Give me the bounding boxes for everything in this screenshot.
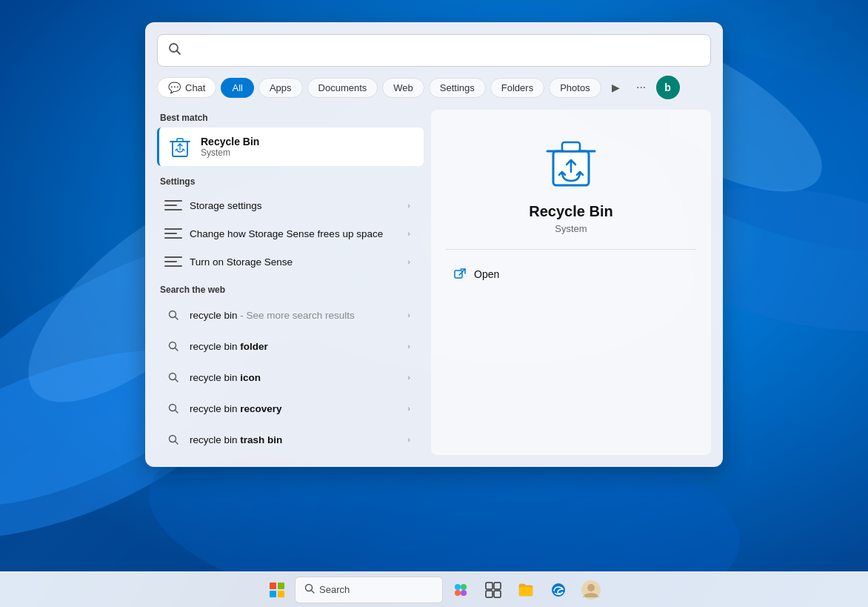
right-pane-subtitle: System bbox=[555, 223, 587, 234]
widgets-button[interactable] bbox=[446, 575, 475, 605]
filter-tabs: 💬 Chat All Apps Documents Web Settings F… bbox=[157, 76, 711, 99]
tab-play-button[interactable]: ▶ bbox=[606, 77, 627, 98]
svg-rect-38 bbox=[494, 591, 501, 597]
user-avatar-button[interactable] bbox=[576, 575, 606, 605]
best-match-item[interactable]: Recycle Bin System bbox=[157, 127, 424, 166]
storage-settings-label: Storage settings bbox=[190, 200, 394, 211]
svg-line-17 bbox=[175, 348, 178, 351]
search-web-icon-5 bbox=[164, 431, 182, 448]
settings-item-icon-1 bbox=[164, 200, 182, 210]
web-icon-label: recycle bin icon bbox=[190, 372, 394, 383]
open-label: Open bbox=[474, 268, 499, 280]
chevron-web-5: › bbox=[401, 432, 416, 447]
start-button[interactable] bbox=[262, 575, 292, 605]
windows-logo bbox=[270, 583, 284, 597]
web-trash-bin-label: recycle bin trash bin bbox=[190, 434, 394, 445]
edge-icon bbox=[550, 582, 567, 598]
search-web-icon-3 bbox=[164, 368, 182, 386]
web-section-label: Search the web bbox=[157, 282, 424, 299]
svg-rect-27 bbox=[455, 271, 462, 278]
svg-rect-26 bbox=[562, 142, 580, 151]
tab-apps[interactable]: Apps bbox=[258, 78, 303, 98]
tab-more-button[interactable]: ··· bbox=[631, 77, 652, 98]
svg-point-32 bbox=[461, 584, 467, 590]
web-recovery-item[interactable]: recycle bin recovery › bbox=[157, 393, 424, 424]
tab-documents[interactable]: Documents bbox=[307, 78, 378, 98]
tab-web[interactable]: Web bbox=[382, 78, 424, 98]
right-pane-recycle-icon bbox=[541, 132, 601, 191]
chevron-icon-2: › bbox=[401, 226, 416, 241]
svg-point-42 bbox=[587, 584, 595, 591]
chevron-icon-3: › bbox=[401, 254, 416, 269]
search-input-wrapper[interactable]: recycle bin bbox=[157, 34, 711, 67]
taskbar-search-label: Search bbox=[319, 584, 350, 595]
right-pane-divider bbox=[446, 249, 696, 250]
web-icon-item[interactable]: recycle bin icon › bbox=[157, 362, 424, 393]
task-view-button[interactable] bbox=[478, 575, 508, 605]
chevron-web-2: › bbox=[401, 339, 416, 354]
open-action[interactable]: Open bbox=[446, 262, 696, 287]
file-explorer-icon bbox=[518, 582, 534, 598]
widgets-icon bbox=[452, 581, 470, 599]
tab-all[interactable]: All bbox=[221, 78, 253, 98]
storage-sense-on-label: Turn on Storage Sense bbox=[190, 256, 394, 268]
tab-settings[interactable]: Settings bbox=[429, 78, 486, 98]
tab-photos[interactable]: Photos bbox=[549, 78, 601, 98]
tab-chat[interactable]: 💬 Chat bbox=[157, 77, 216, 98]
taskbar-search-icon bbox=[304, 583, 315, 597]
chevron-web-1: › bbox=[401, 308, 416, 322]
web-folder-label: recycle bin folder bbox=[190, 341, 394, 352]
chevron-web-4: › bbox=[401, 401, 416, 416]
svg-point-31 bbox=[455, 584, 461, 590]
file-explorer-button[interactable] bbox=[511, 575, 541, 605]
user-avatar-icon bbox=[581, 580, 601, 600]
web-see-more-item[interactable]: recycle bin - See more search results › bbox=[157, 299, 424, 331]
best-match-text: Recycle Bin System bbox=[201, 136, 259, 158]
best-match-label: Best match bbox=[157, 110, 424, 127]
taskbar-center: Search bbox=[262, 575, 606, 605]
search-web-icon-1 bbox=[164, 306, 182, 324]
taskbar: Search bbox=[0, 571, 868, 607]
chevron-icon-1: › bbox=[401, 198, 416, 213]
settings-section-label: Settings bbox=[157, 173, 424, 191]
search-web-icon-4 bbox=[164, 399, 182, 417]
svg-line-19 bbox=[175, 379, 178, 382]
task-view-icon bbox=[485, 582, 501, 598]
storage-sense-on-item[interactable]: Turn on Storage Sense › bbox=[157, 248, 424, 276]
svg-rect-36 bbox=[494, 583, 501, 589]
svg-rect-35 bbox=[486, 583, 493, 589]
web-folder-item[interactable]: recycle bin folder › bbox=[157, 331, 424, 362]
right-pane-title: Recycle Bin bbox=[529, 203, 612, 220]
best-match-title: Recycle Bin bbox=[201, 136, 259, 147]
web-see-more-label: recycle bin - See more search results bbox=[190, 310, 394, 321]
taskbar-search[interactable]: Search bbox=[295, 577, 443, 603]
main-content: Best match Recyc bbox=[157, 110, 711, 455]
svg-point-34 bbox=[461, 590, 467, 596]
svg-line-21 bbox=[175, 410, 178, 413]
search-input[interactable]: recycle bin bbox=[189, 44, 700, 57]
chevron-web-3: › bbox=[401, 370, 416, 385]
best-match-subtitle: System bbox=[201, 147, 259, 158]
storage-sense-change-item[interactable]: Change how Storage Sense frees up space … bbox=[157, 219, 424, 248]
svg-line-30 bbox=[311, 590, 314, 593]
left-pane: Best match Recyc bbox=[157, 110, 424, 455]
right-pane: Recycle Bin System Open bbox=[431, 110, 711, 455]
edge-button[interactable] bbox=[544, 575, 573, 605]
search-panel: recycle bin 💬 Chat All Apps Documents We… bbox=[145, 22, 723, 467]
settings-item-icon-3 bbox=[164, 256, 182, 267]
search-icon bbox=[168, 42, 181, 59]
svg-line-15 bbox=[175, 316, 178, 319]
storage-settings-item[interactable]: Storage settings › bbox=[157, 191, 424, 219]
settings-item-icon-2 bbox=[164, 228, 182, 239]
open-icon bbox=[453, 268, 467, 281]
svg-line-23 bbox=[175, 441, 178, 444]
svg-rect-13 bbox=[177, 139, 183, 142]
bing-icon[interactable]: b bbox=[656, 76, 680, 99]
tab-folders[interactable]: Folders bbox=[490, 78, 544, 98]
svg-line-10 bbox=[177, 51, 181, 55]
chat-icon: 💬 bbox=[168, 82, 181, 93]
svg-rect-37 bbox=[486, 591, 493, 597]
storage-sense-change-label: Change how Storage Sense frees up space bbox=[190, 228, 394, 239]
web-trash-bin-item[interactable]: recycle bin trash bin › bbox=[157, 424, 424, 455]
svg-rect-39 bbox=[519, 587, 533, 596]
